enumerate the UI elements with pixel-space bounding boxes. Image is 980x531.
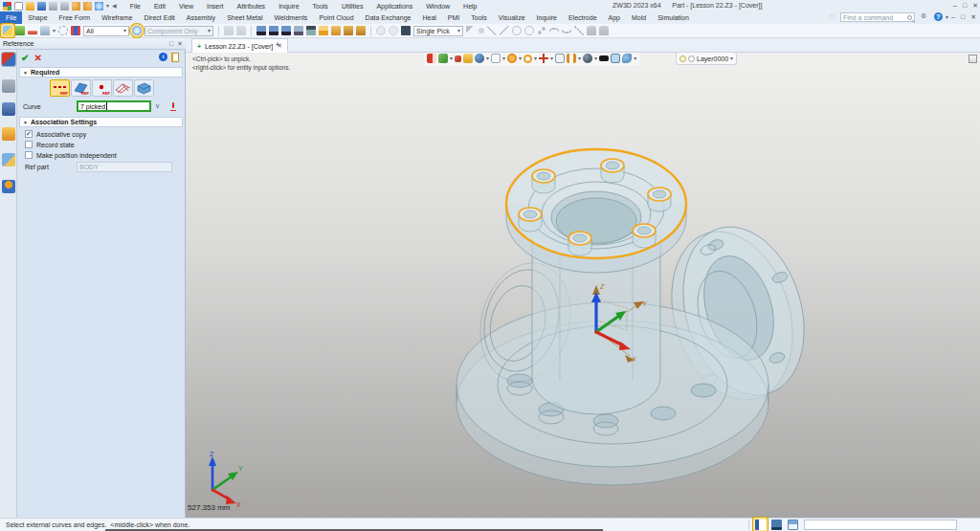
ribbon-tab-pmi[interactable]: PMI <box>442 11 465 24</box>
ribbon-tab-app[interactable]: App <box>603 11 626 24</box>
close-button[interactable]: ✕ <box>972 2 978 10</box>
pick-last-icon[interactable] <box>306 26 316 35</box>
save-icon[interactable] <box>37 2 46 11</box>
window-split-icon[interactable] <box>788 520 798 530</box>
ok-button[interactable]: ✔ <box>21 53 29 63</box>
menu-inquire[interactable]: Inquire <box>277 2 301 11</box>
image-insert-icon[interactable] <box>40 26 50 35</box>
help-icon[interactable]: ? <box>934 12 943 21</box>
line-tool-icon[interactable] <box>487 26 497 35</box>
ribbon-tab-electrode[interactable]: Electrode <box>563 11 603 24</box>
history-clock-icon[interactable] <box>376 26 386 35</box>
cancel-button[interactable]: ✕ <box>33 53 41 63</box>
regen-icon[interactable] <box>95 2 103 11</box>
doc-minimize-button[interactable]: – <box>951 13 955 21</box>
ribbon-tab-data-exchange[interactable]: Data Exchange <box>360 11 417 24</box>
pick-mode-combo[interactable]: Single Pick ▾ <box>413 26 463 36</box>
curve-input[interactable]: 7 picked <box>77 100 151 112</box>
menu-edit[interactable]: Edit <box>152 2 167 11</box>
redo-icon[interactable] <box>83 2 92 11</box>
position-independent-checkbox[interactable] <box>25 151 33 159</box>
sketch-line-icon[interactable] <box>574 26 584 35</box>
menu-tools[interactable]: Tools <box>311 2 330 11</box>
ribbon-tab-weldments[interactable]: Weldments <box>268 11 313 24</box>
arc-tool-icon[interactable] <box>562 26 571 35</box>
dashed-circle-icon[interactable] <box>58 26 68 35</box>
pick-filter-face-icon[interactable] <box>269 26 278 35</box>
status-input-field[interactable] <box>804 520 957 530</box>
menu-attributes[interactable]: Attributes <box>235 2 268 11</box>
menu-view[interactable]: View <box>177 2 195 11</box>
panel-layout-icon[interactable] <box>755 520 766 530</box>
new-tab-button[interactable]: + <box>276 41 279 48</box>
qat-collapse-icon[interactable]: ◀ <box>112 3 117 9</box>
pick-filter-comp-icon[interactable] <box>294 26 303 35</box>
menu-utilities[interactable]: Utilities <box>340 2 366 11</box>
pick-point-icon[interactable] <box>479 28 484 33</box>
solid-box-icon[interactable] <box>401 26 411 35</box>
show-target-icon[interactable] <box>3 26 12 35</box>
panel-close-icon[interactable]: ✕ <box>177 40 183 48</box>
menu-window[interactable]: Window <box>424 2 452 11</box>
menu-insert[interactable]: Insert <box>205 2 226 11</box>
drag-hand-icon[interactable] <box>587 26 596 35</box>
model-3d-view[interactable]: Z Y X Z Y X <box>186 53 980 518</box>
record-state-checkbox[interactable] <box>25 141 33 148</box>
auto-regen-icon[interactable] <box>132 26 142 35</box>
pick-filter-edge-icon[interactable] <box>256 26 266 35</box>
help-doc-icon[interactable] <box>171 53 179 62</box>
history-manager-icon[interactable] <box>2 79 15 93</box>
shape-ref-button[interactable] <box>134 79 154 97</box>
point-ref-button[interactable]: REF <box>92 79 112 97</box>
ref-part-input[interactable]: BODY <box>77 162 172 172</box>
find-command-box[interactable]: Find a command <box>840 12 915 22</box>
ribbon-tab-file[interactable]: File <box>0 11 22 24</box>
ribbon-tab-mold[interactable]: Mold <box>626 11 652 24</box>
menu-help[interactable]: Help <box>461 2 479 11</box>
layer-stack-icon[interactable] <box>319 26 328 35</box>
ribbon-tab-simulation[interactable]: Simulation <box>652 11 695 24</box>
mesh-ref-button[interactable] <box>113 79 133 97</box>
print-preview-icon[interactable] <box>60 2 69 11</box>
undo-icon[interactable] <box>72 2 80 11</box>
doc-close-button[interactable]: ✕ <box>970 13 976 21</box>
app-logo-icon[interactable] <box>3 2 11 11</box>
favorites-icon[interactable]: ♡ <box>829 13 835 21</box>
curve-expand-icon[interactable]: ∨ <box>155 102 160 110</box>
print-icon[interactable] <box>49 2 57 11</box>
ribbon-tab-assembly[interactable]: Assembly <box>181 11 221 24</box>
point-tool-icon[interactable] <box>512 26 522 35</box>
face-ref-button[interactable]: REF <box>71 79 91 97</box>
display-filter-combo[interactable]: All ▾ <box>83 26 129 36</box>
curve-ref-button[interactable]: REF <box>50 79 70 97</box>
role-manager-icon[interactable] <box>2 180 15 193</box>
restore-button[interactable]: □ <box>963 2 967 10</box>
circle-tool-icon[interactable] <box>524 26 534 35</box>
drag-hand2-icon[interactable] <box>599 26 609 35</box>
ribbon-tab-direct-edit[interactable]: Direct Edit <box>138 11 180 24</box>
monitor-icon[interactable] <box>771 520 782 530</box>
folder-parts-icon[interactable] <box>331 26 341 35</box>
pick-filter-shape-icon[interactable] <box>281 26 291 35</box>
menu-file[interactable]: File <box>128 2 143 11</box>
chart-icon[interactable] <box>71 26 80 35</box>
spline-tool-icon[interactable] <box>549 26 559 35</box>
association-section-header[interactable]: ▼ Association Settings <box>19 117 183 127</box>
view-manager-icon[interactable] <box>2 153 15 166</box>
polyline-tool-icon[interactable] <box>500 26 509 35</box>
show-add-icon[interactable] <box>15 26 25 35</box>
reference-manager-icon[interactable] <box>2 53 15 66</box>
image-dropdown-icon[interactable]: ▾ <box>53 28 56 33</box>
ribbon-tab-shape[interactable]: Shape <box>22 11 53 24</box>
folder-assembly-icon[interactable] <box>344 26 353 35</box>
required-section-header[interactable]: ▼ Required <box>19 67 183 77</box>
hide-icon[interactable] <box>28 31 37 34</box>
assembly-manager-icon[interactable] <box>2 102 15 116</box>
new-file-icon[interactable] <box>14 2 23 11</box>
ribbon-tab-inquire[interactable]: Inquire <box>531 11 563 24</box>
ribbon-tab-point-cloud[interactable]: Point Cloud <box>313 11 359 24</box>
visual-manager-icon[interactable] <box>2 127 15 141</box>
component-filter-combo[interactable]: Component Only ▾ <box>145 26 213 36</box>
graphics-canvas[interactable]: <Ctrl-pick> to unpick. <right-click> for… <box>186 53 980 518</box>
settings-gear-icon[interactable]: ⚙ <box>921 12 926 20</box>
